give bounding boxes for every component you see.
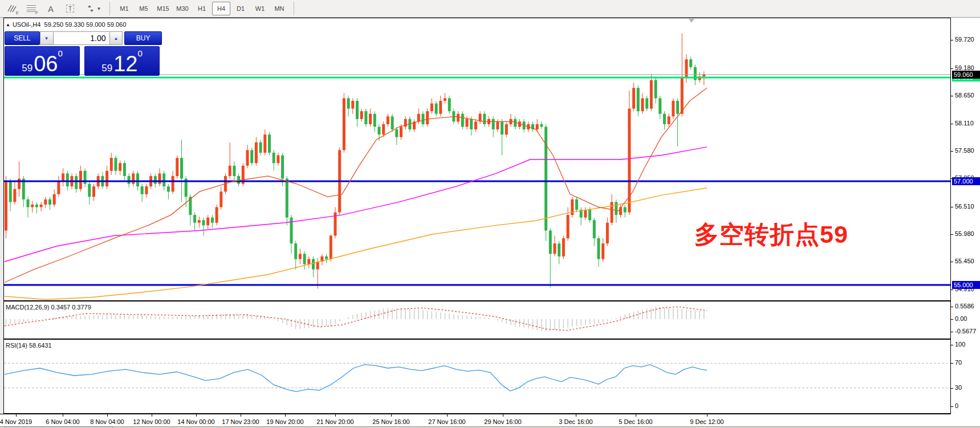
- sell-button[interactable]: SELL: [5, 31, 40, 45]
- buy-price-big: 12: [113, 55, 137, 73]
- date-label: 3 Dec 16:00: [559, 418, 592, 425]
- window-edge: [0, 18, 3, 426]
- date-label: 21 Nov 20:00: [316, 418, 353, 425]
- date-tick: [285, 414, 286, 417]
- date-label: 12 Nov 00:00: [133, 418, 170, 425]
- date-tick: [447, 414, 448, 417]
- date-tick: [63, 414, 63, 417]
- toolbar-separator: [109, 2, 110, 15]
- timeframe-button-m5[interactable]: M5: [135, 2, 153, 15]
- rsi-tick-label: 70: [955, 359, 962, 366]
- rsi-tick-label: 0: [955, 402, 958, 409]
- price-badge-57.000: 57.000: [952, 177, 980, 185]
- axis-tick: [951, 40, 953, 40]
- date-tick: [391, 414, 392, 417]
- axis-tick: [951, 363, 953, 364]
- date-tick: [503, 414, 503, 417]
- date-tick: [107, 414, 108, 417]
- timeframe-button-d1[interactable]: D1: [231, 2, 250, 15]
- volume-input[interactable]: [54, 31, 109, 45]
- timeframe-button-h4[interactable]: H4: [212, 2, 230, 15]
- timeframe-button-w1[interactable]: W1: [251, 2, 269, 15]
- date-label: 17 Nov 23:00: [222, 418, 259, 425]
- timeframe-button-h1[interactable]: H1: [193, 2, 211, 15]
- buy-price-small: 59: [101, 63, 112, 73]
- axis-tick: [951, 234, 953, 235]
- timeframe-button-mn[interactable]: MN: [270, 2, 288, 15]
- date-axis[interactable]: 4 Nov 20196 Nov 04:008 Nov 04:0012 Nov 0…: [0, 414, 951, 427]
- text-tool-icon[interactable]: A: [43, 2, 58, 15]
- axis-tick: [951, 124, 953, 124]
- quote-header: ▲USOil-,H4 59.250 59.330 59.000 59.060: [6, 21, 126, 28]
- sell-price-box[interactable]: 59060: [5, 46, 80, 76]
- buy-price-sup: 0: [137, 49, 142, 58]
- collapse-icon[interactable]: ▲: [6, 22, 10, 27]
- date-label: 5 Dec 16:00: [619, 418, 652, 425]
- date-tick: [241, 414, 241, 417]
- chart-annotation-text[interactable]: 多空转折点59: [694, 218, 848, 251]
- price-axis[interactable]: 59.72059.18058.65058.11057.58057.05056.5…: [951, 18, 980, 414]
- buy-price-box[interactable]: 59120: [84, 46, 160, 76]
- timeframe-button-m1[interactable]: M1: [115, 2, 133, 15]
- sell-price-sup: 0: [58, 49, 62, 58]
- timeframe-group: M1M5M15M30H1H4D1W1MN: [115, 2, 289, 15]
- indicators-icon[interactable]: E: [5, 2, 19, 15]
- terminal-window: E F A T ▼ M1M5M15M30H1H4D1W1MN ▲USOil-,H…: [0, 0, 980, 428]
- price-tick-label: 58.650: [955, 92, 974, 99]
- axis-tick: [951, 68, 953, 69]
- axis-tick: [951, 96, 953, 96]
- date-tick: [707, 414, 707, 417]
- rsi-panel[interactable]: [0, 339, 951, 414]
- axis-tick: [951, 151, 953, 152]
- axis-tick: [951, 307, 953, 307]
- axis-tick: [951, 262, 953, 262]
- axis-tick: [951, 406, 953, 407]
- macd-label: MACD(12,26,9) 0.3457 0.3779: [6, 304, 91, 311]
- date-label: 29 Nov 16:00: [484, 418, 521, 425]
- date-label: 27 Nov 16:00: [428, 418, 465, 425]
- toolbar-separator: [294, 2, 294, 15]
- dropdown-caret-icon: ▼: [97, 6, 101, 11]
- sell-price-small: 59: [22, 63, 32, 73]
- label-tool-icon[interactable]: T: [63, 2, 78, 15]
- toolbar: E F A T ▼ M1M5M15M30H1H4D1W1MN: [0, 0, 980, 18]
- price-tick-label: 56.510: [955, 203, 974, 210]
- chart-shift-marker[interactable]: [689, 19, 694, 23]
- price-tick-label: 55.980: [955, 230, 974, 237]
- macd-tick-label: 0.5586: [955, 303, 974, 309]
- rsi-tick-label: 30: [955, 384, 962, 391]
- timeframe-button-m15[interactable]: M15: [154, 2, 172, 15]
- macd-tick-label: 0.00: [955, 315, 967, 322]
- timeframe-button-m30[interactable]: M30: [173, 2, 192, 15]
- date-tick: [16, 414, 17, 417]
- date-tick: [152, 414, 152, 417]
- volume-decrease-button[interactable]: ▼: [40, 31, 54, 45]
- grid-icon[interactable]: F: [24, 2, 39, 15]
- rsi-tick-label: 100: [955, 341, 965, 348]
- cursor-modes-icon[interactable]: ▼: [82, 2, 105, 15]
- date-label: 6 Nov 04:00: [46, 418, 79, 425]
- buy-button[interactable]: BUY: [124, 31, 162, 45]
- date-label: 4 Nov 2019: [0, 418, 32, 425]
- one-click-trade-panel: SELL ▼ ▲ BUY 59060 59120: [5, 31, 162, 76]
- quote-text: USOil-,H4 59.250 59.330 59.000 59.060: [13, 21, 126, 28]
- date-tick: [636, 414, 636, 417]
- macd-panel[interactable]: [0, 301, 951, 339]
- date-label: 14 Nov 00:00: [177, 418, 214, 425]
- macd-tick-label: -0.5677: [955, 328, 976, 335]
- volume-increase-button[interactable]: ▲: [109, 31, 123, 45]
- date-tick: [576, 414, 576, 417]
- price-badge-59.060: 59.060: [952, 71, 980, 79]
- date-label: 8 Nov 04:00: [90, 418, 124, 425]
- date-tick: [335, 414, 336, 417]
- date-tick: [196, 414, 197, 417]
- axis-tick: [951, 332, 953, 332]
- price-tick-label: 57.580: [955, 147, 974, 154]
- date-label: 25 Nov 16:00: [372, 418, 409, 425]
- axis-tick: [951, 319, 953, 320]
- axis-tick: [951, 345, 953, 345]
- date-label: 9 Dec 12:00: [690, 418, 723, 425]
- axis-tick: [951, 207, 953, 207]
- sell-price-big: 06: [34, 55, 58, 73]
- rsi-label: RSI(14) 58.6431: [6, 342, 52, 349]
